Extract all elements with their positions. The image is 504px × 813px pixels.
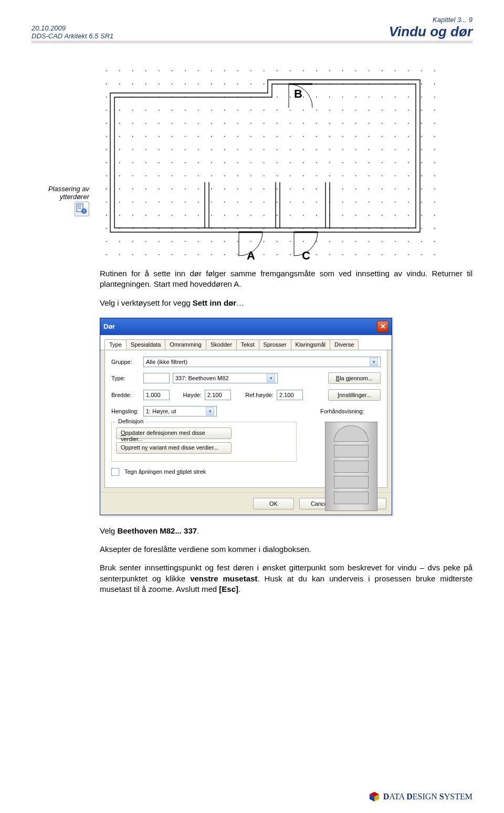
header-product: DDS-CAD Arkitekt 6.5 SR1 [32, 32, 113, 40]
tab-diverse[interactable]: Diverse [330, 339, 359, 350]
cube-icon [369, 791, 380, 802]
tab-klaringsmal[interactable]: Klaringsmål [291, 339, 330, 350]
paragraph-3: Velg Beethoven M82... 337. [100, 526, 472, 536]
floorplan-label-b: B [294, 87, 302, 101]
tab-strip: Type Spesialdata Omramming Skodder Tekst… [100, 335, 392, 350]
header-chapter: Kapittel 3... 9 [433, 16, 472, 24]
settings-button[interactable]: Innstillinger... [328, 389, 381, 401]
refhoyde-input[interactable]: 2.100 [277, 390, 303, 400]
tab-omramming[interactable]: Omramming [165, 339, 206, 350]
paragraph-2: Velg i verktøysett for vegg Sett inn dør… [100, 298, 472, 308]
close-button[interactable]: ✕ [377, 321, 388, 332]
stippled-checkbox[interactable] [111, 468, 119, 476]
ok-button[interactable]: OK [253, 498, 294, 509]
browse-button[interactable]: Bla gjennom... [328, 372, 381, 384]
label-type: Type: [111, 375, 140, 381]
floorplan-figure: B A C [100, 64, 472, 260]
paragraph-1: Rutinen for å sette inn dør følger samme… [100, 268, 472, 290]
svg-text:?: ? [83, 209, 86, 214]
tab-skodder[interactable]: Skodder [206, 339, 237, 350]
tab-tekst[interactable]: Tekst [236, 339, 259, 350]
tab-sprosser[interactable]: Sprosser [259, 339, 291, 350]
hengsling-combo[interactable]: 1: Høyre, ut ▾ [143, 406, 217, 416]
tab-type[interactable]: Type [104, 339, 127, 350]
dialog-title: Dør [103, 322, 115, 330]
page-footer-brand: DATA DESIGN SYSTEM [369, 791, 472, 802]
create-variant-button[interactable]: Opprett ny variant med disse verdier... [116, 442, 232, 454]
type-combo[interactable]: 337: Beethoven M82 ▾ [173, 373, 278, 383]
label-preview: Forhåndsvisning: [320, 408, 381, 414]
update-def-button[interactable]: Oppdater definisjonen med disse verdier.… [116, 428, 232, 439]
label-refhoyde: Ref.høyde: [239, 392, 274, 398]
bredde-input[interactable]: 1.000 [143, 390, 170, 400]
header-date: 20.10.2009 [32, 24, 113, 32]
definition-group: Definisjon Oppdater definisjonen med dis… [111, 422, 297, 462]
floorplan-label-c: C [302, 249, 310, 263]
label-gruppe: Gruppe: [111, 359, 140, 365]
margin-note: Plassering av ytterdører [32, 185, 89, 201]
label-hengsling: Hengsling: [111, 408, 140, 414]
label-stippled: Tegn åpningen med stiplet strek [124, 468, 206, 475]
paragraph-4: Aksepter de foreslåtte verdiene som komm… [100, 544, 472, 555]
tab-spesialdata[interactable]: Spesialdata [126, 339, 166, 350]
chevron-down-icon: ▾ [206, 407, 214, 415]
chevron-down-icon: ▾ [370, 358, 378, 366]
label-hoyde: Høyde: [178, 392, 202, 398]
paragraph-5: Bruk senter innsettingspunkt og fest dør… [100, 562, 472, 595]
gruppe-combo[interactable]: Alle (ikke filtrert) ▾ [143, 357, 381, 367]
floorplan-label-a: A [247, 249, 255, 263]
page-title: Vindu og dør [389, 24, 472, 40]
help-icon: ? [75, 202, 89, 216]
dialog-titlebar[interactable]: Dør ✕ [100, 318, 392, 335]
chevron-down-icon: ▾ [267, 374, 275, 382]
legend-definition: Definisjon [116, 418, 145, 424]
type-code-input[interactable] [143, 373, 170, 383]
page-header: 20.10.2009 DDS-CAD Arkitekt 6.5 SR1 Kapi… [32, 16, 472, 41]
label-bredde: Bredde: [111, 392, 140, 398]
hoyde-input[interactable]: 2.100 [205, 390, 231, 400]
door-preview [320, 419, 383, 511]
door-dialog: Dør ✕ Type Spesialdata Omramming Skodder… [100, 318, 392, 515]
